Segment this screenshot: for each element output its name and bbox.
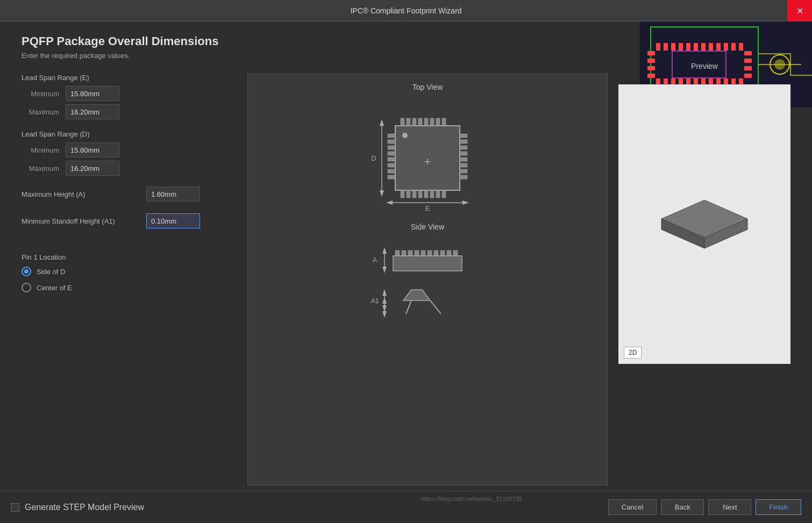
lead-span-e-label: Lead Span Range (E) <box>22 74 237 82</box>
svg-rect-98 <box>393 256 462 271</box>
svg-rect-75 <box>460 152 467 155</box>
svg-rect-3 <box>664 43 668 51</box>
back-button[interactable]: Back <box>661 499 704 515</box>
diagram-box: Top View D E <box>247 74 608 485</box>
svg-marker-38 <box>380 119 384 126</box>
preview-panel: 2D <box>618 84 790 364</box>
lead-span-e-max-label: Maximum <box>22 108 59 116</box>
svg-rect-8 <box>701 43 706 51</box>
radio-label-center-e: Center of E <box>37 284 72 292</box>
radio-circle-center-e <box>22 283 31 292</box>
svg-rect-91 <box>415 250 419 256</box>
radio-circle-side-d <box>22 267 31 276</box>
main-content: PQFP Package Overall Dimensions Enter th… <box>0 22 812 523</box>
svg-text:A1: A1 <box>371 297 379 305</box>
svg-rect-79 <box>460 175 467 179</box>
3d-chip-svg <box>629 170 780 278</box>
svg-rect-78 <box>460 169 467 173</box>
svg-text:+: + <box>424 155 431 168</box>
svg-rect-12 <box>731 43 736 51</box>
step-model-checkbox[interactable] <box>11 503 19 512</box>
svg-rect-71 <box>388 175 395 179</box>
preview-wrapper: Preview 2D <box>618 74 790 364</box>
header-section: PQFP Package Overall Dimensions Enter th… <box>0 22 812 68</box>
lead-span-e-max-input[interactable] <box>66 104 119 119</box>
lead-span-d-min-label: Minimum <box>22 146 59 154</box>
svg-text:E: E <box>425 204 430 212</box>
svg-rect-89 <box>402 250 406 256</box>
lead-span-e-max-row: Maximum <box>22 104 237 119</box>
svg-rect-7 <box>694 43 698 51</box>
next-button[interactable]: Next <box>708 499 751 515</box>
svg-rect-13 <box>739 43 743 51</box>
svg-rect-54 <box>436 118 440 126</box>
svg-rect-94 <box>434 250 438 256</box>
svg-marker-103 <box>382 311 387 318</box>
lead-span-e-min-label: Minimum <box>22 90 59 98</box>
svg-line-101 <box>430 300 441 314</box>
svg-rect-59 <box>418 190 422 198</box>
lead-span-e-min-input[interactable] <box>66 86 119 101</box>
lead-span-d-min-row: Minimum <box>22 142 237 157</box>
lead-span-d-group: Lead Span Range (D) Minimum Maximum <box>22 130 237 179</box>
main-area: Lead Span Range (E) Minimum Maximum Lead… <box>0 68 812 491</box>
2d-toggle-button[interactable]: 2D <box>624 347 642 359</box>
svg-rect-48 <box>401 118 404 126</box>
svg-rect-76 <box>460 157 467 161</box>
svg-rect-88 <box>395 250 400 256</box>
svg-rect-57 <box>407 190 410 198</box>
svg-rect-77 <box>460 163 467 167</box>
footer: Generate STEP Model Preview https://blog… <box>0 491 812 523</box>
svg-rect-95 <box>440 250 445 256</box>
svg-line-100 <box>406 300 411 314</box>
max-height-group: Maximum Height (A) <box>22 187 237 206</box>
svg-rect-52 <box>424 118 428 126</box>
lead-span-d-max-row: Maximum <box>22 161 237 176</box>
svg-rect-9 <box>709 43 713 51</box>
lead-span-d-max-input[interactable] <box>66 161 119 176</box>
svg-rect-53 <box>430 118 434 126</box>
min-standoff-input[interactable] <box>146 213 200 228</box>
step-model-label: Generate STEP Model Preview <box>25 503 144 512</box>
svg-rect-50 <box>412 118 416 126</box>
svg-rect-66 <box>388 146 395 149</box>
svg-rect-56 <box>401 190 404 198</box>
svg-rect-64 <box>388 134 395 138</box>
left-panel: Lead Span Range (E) Minimum Maximum Lead… <box>22 74 237 485</box>
svg-rect-92 <box>421 250 425 256</box>
svg-rect-73 <box>460 140 467 144</box>
top-view-svg: D E + <box>352 104 503 212</box>
svg-rect-51 <box>418 118 422 126</box>
svg-rect-93 <box>428 250 432 256</box>
svg-rect-62 <box>436 190 440 198</box>
lead-span-d-min-input[interactable] <box>66 142 119 157</box>
svg-marker-104 <box>382 297 387 304</box>
svg-marker-81 <box>382 247 387 254</box>
radio-label-side-d: Side of D <box>37 268 65 276</box>
svg-rect-70 <box>388 169 395 173</box>
svg-rect-30 <box>744 51 752 55</box>
pin-location-section: Pin 1 Location Side of D Center of E <box>22 253 237 292</box>
svg-rect-90 <box>408 250 412 256</box>
lead-span-d-max-label: Maximum <box>22 164 59 173</box>
svg-point-46 <box>402 133 408 138</box>
radio-side-d[interactable]: Side of D <box>22 267 237 276</box>
radio-center-e[interactable]: Center of E <box>22 283 237 292</box>
lead-span-e-min-row: Minimum <box>22 86 237 101</box>
side-view-label: Side View <box>257 223 599 231</box>
finish-button[interactable]: Finish <box>756 499 801 515</box>
window-title: IPC® Compliant Footprint Wizard <box>350 6 461 15</box>
footer-left: Generate STEP Model Preview <box>11 503 144 512</box>
svg-rect-58 <box>412 190 416 198</box>
cancel-button[interactable]: Cancel <box>608 499 657 515</box>
svg-rect-2 <box>656 43 660 51</box>
max-height-input[interactable] <box>146 187 200 202</box>
min-standoff-label: Minimum Standoff Height (A1) <box>22 217 140 225</box>
close-button[interactable]: ✕ <box>787 0 812 22</box>
svg-rect-74 <box>460 146 467 149</box>
watermark-text: https://blog.csdn.net/weixin_51109735 <box>422 496 522 502</box>
titlebar: IPC® Compliant Footprint Wizard ✕ <box>0 0 812 22</box>
svg-marker-43 <box>462 200 469 205</box>
svg-marker-42 <box>386 200 393 205</box>
right-panel: Preview 2D <box>618 74 790 485</box>
